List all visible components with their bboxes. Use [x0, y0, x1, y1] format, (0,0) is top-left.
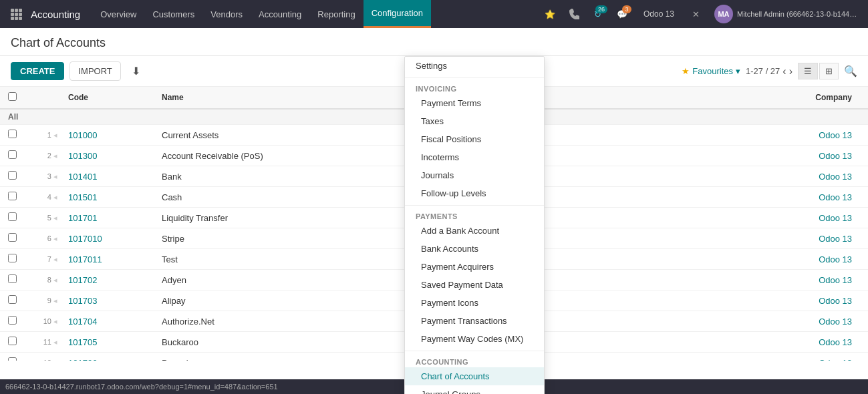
th-select-all[interactable] [0, 87, 27, 109]
row-code[interactable]: 101706 [60, 353, 154, 361]
dropdown-item-payment-terms[interactable]: Payment Terms [405, 94, 544, 112]
page-header: Chart of Accounts [0, 28, 868, 56]
nav-reporting[interactable]: Reporting [309, 0, 363, 28]
prev-page-btn[interactable]: ‹ [782, 65, 786, 77]
row-code[interactable]: 101704 [60, 311, 154, 332]
row-checkbox-cell[interactable] [0, 353, 27, 361]
row-checkbox[interactable] [8, 171, 17, 180]
th-company[interactable]: Company [625, 87, 868, 109]
row-name: Bank [154, 166, 625, 187]
row-name: Stripe [154, 228, 625, 249]
settings-item[interactable]: Settings [405, 57, 544, 75]
row-checkbox-cell[interactable] [0, 270, 27, 290]
svg-rect-8 [19, 17, 22, 20]
dropdown-item-payment-acquirers[interactable]: Payment Acquirers [405, 258, 544, 276]
row-checkbox-cell[interactable] [0, 125, 27, 146]
dropdown-item-payment-icons[interactable]: Payment Icons [405, 294, 544, 312]
row-checkbox[interactable] [8, 295, 17, 304]
grid-icon[interactable] [5, 3, 27, 25]
row-checkbox-cell[interactable] [0, 208, 27, 228]
chat-icon-btn[interactable]: 💬 3 [611, 3, 633, 25]
row-checkbox[interactable] [8, 233, 17, 242]
row-code[interactable]: 101705 [60, 332, 154, 353]
row-name: Authorize.Net [154, 311, 625, 332]
row-checkbox-cell[interactable] [0, 228, 27, 249]
dropdown-item-fiscal-positions[interactable]: Fiscal Positions [405, 130, 544, 148]
row-code[interactable]: 101300 [60, 146, 154, 166]
list-view-btn[interactable]: ☰ [798, 63, 818, 79]
row-checkbox[interactable] [8, 212, 17, 221]
nav-accounting[interactable]: Accounting [251, 0, 309, 28]
user-menu[interactable]: MA Mitchell Admin (666462-13-0-b14427-al… [709, 0, 863, 28]
select-all-checkbox[interactable] [8, 92, 17, 101]
next-page-btn[interactable]: › [789, 65, 792, 77]
row-checkbox[interactable] [8, 254, 17, 262]
row-checkbox-cell[interactable] [0, 332, 27, 353]
nav-overview[interactable]: Overview [92, 0, 144, 28]
row-code[interactable]: 1017011 [60, 249, 154, 270]
dropdown-item-follow-up-levels[interactable]: Follow-up Levels [405, 184, 544, 202]
svg-rect-1 [15, 9, 18, 12]
row-code[interactable]: 101501 [60, 187, 154, 208]
row-code[interactable]: 101703 [60, 290, 154, 311]
phone-icon-btn[interactable] [563, 3, 585, 25]
main-content: Chart of Accounts CREATE IMPORT ⬇ ★ Favo… [0, 28, 868, 394]
row-num: 6 ◂ [27, 228, 60, 249]
accounting-section-label: Accounting [405, 354, 544, 367]
star-icon: ★ [682, 66, 690, 76]
row-num: 5 ◂ [27, 208, 60, 228]
dropdown-item-saved-payment-data[interactable]: Saved Payment Data [405, 276, 544, 294]
dropdown-item-incoterms[interactable]: Incoterms [405, 148, 544, 166]
dropdown-item-journal-groups[interactable]: Journal Groups [405, 385, 544, 394]
row-num: 10 ◂ [27, 311, 60, 332]
row-checkbox[interactable] [8, 130, 17, 138]
dropdown-item-taxes[interactable]: Taxes [405, 112, 544, 130]
row-checkbox-cell[interactable] [0, 187, 27, 208]
row-checkbox[interactable] [8, 316, 17, 325]
row-checkbox[interactable] [8, 274, 17, 283]
grid-view-btn[interactable]: ⊞ [819, 63, 839, 79]
row-num: 9 ◂ [27, 290, 60, 311]
row-company: Odoo 13 [625, 187, 868, 208]
dropdown-item-payment-way-codes[interactable]: Payment Way Codes (MX) [405, 330, 544, 348]
row-code[interactable]: 101000 [60, 125, 154, 146]
row-company: Odoo 13 [625, 166, 868, 187]
dropdown-item-chart-of-accounts[interactable]: Chart of Accounts [405, 367, 544, 385]
row-checkbox-cell[interactable] [0, 249, 27, 270]
download-icon-btn[interactable]: ⬇ [126, 62, 146, 80]
row-checkbox[interactable] [8, 192, 17, 200]
row-checkbox-cell[interactable] [0, 311, 27, 332]
row-checkbox-cell[interactable] [0, 290, 27, 311]
nav-customers[interactable]: Customers [144, 0, 202, 28]
row-checkbox-cell[interactable] [0, 146, 27, 166]
close-icon-btn[interactable]: ✕ [685, 3, 706, 25]
row-company: Odoo 13 [625, 290, 868, 311]
row-code[interactable]: 101401 [60, 166, 154, 187]
dropdown-item-add-bank-account[interactable]: Add a Bank Account [405, 222, 544, 240]
row-code[interactable]: 101702 [60, 270, 154, 290]
topbar-right: ⭐ ↻ 26 💬 3 Odoo 13 ✕ MA Mitchell Admin (… [539, 0, 863, 28]
row-checkbox-cell[interactable] [0, 166, 27, 187]
dropdown-item-payment-transactions[interactable]: Payment Transactions [405, 312, 544, 330]
th-name[interactable]: Name [154, 87, 625, 109]
star-icon-btn[interactable]: ⭐ [539, 3, 561, 25]
row-name: Paypal [154, 353, 625, 361]
refresh-icon-btn[interactable]: ↻ 26 [587, 3, 609, 25]
create-button[interactable]: CREATE [11, 62, 64, 80]
favourites-button[interactable]: ★ Favourites ▾ [682, 66, 740, 76]
pagination: 1-27 / 27 ‹ › [746, 65, 792, 77]
nav-vendors[interactable]: Vendors [202, 0, 251, 28]
row-name: Account Receivable (PoS) [154, 146, 625, 166]
th-code[interactable]: Code [60, 87, 154, 109]
row-code[interactable]: 101701 [60, 208, 154, 228]
row-checkbox[interactable] [8, 150, 17, 159]
row-checkbox[interactable] [8, 357, 17, 361]
odoo-version[interactable]: Odoo 13 [635, 0, 682, 28]
row-checkbox[interactable] [8, 337, 17, 345]
nav-configuration[interactable]: Configuration [364, 0, 431, 28]
row-code[interactable]: 1017010 [60, 228, 154, 249]
import-button[interactable]: IMPORT [69, 61, 120, 81]
search-button[interactable]: 🔍 [844, 65, 857, 77]
dropdown-item-bank-accounts[interactable]: Bank Accounts [405, 240, 544, 258]
dropdown-item-journals[interactable]: Journals [405, 166, 544, 184]
